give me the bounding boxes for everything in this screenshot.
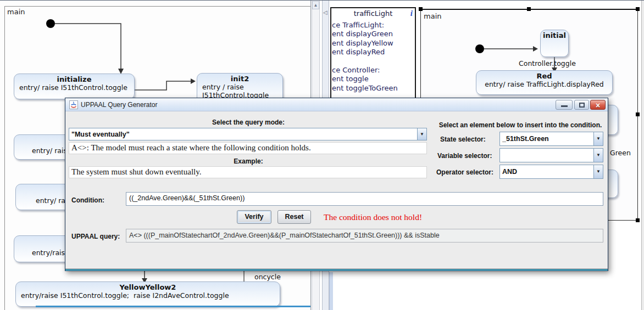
restore-button[interactable] [574,100,589,110]
dialog-title: UPPAAL Query Generator [81,101,157,109]
state-title: YellowYellow2 [16,282,280,291]
selection-handle[interactable] [419,7,423,11]
green-state-label: Green [610,149,631,157]
state-title: init2 [197,74,282,83]
splitter-lower-strip [329,272,333,310]
selection-handle[interactable] [636,112,640,116]
scroll-up-icon[interactable]: ▲ [312,1,319,9]
variable-selector-dropdown-arrow[interactable]: ▼ [593,149,603,162]
restore-icon [579,103,585,108]
state-selector-value: _51thSt.Green [502,135,549,143]
close-icon: × [591,100,605,110]
declaration-line: ent toggleToGreen [331,84,415,93]
minimize-icon [561,105,568,107]
declaration-line: ent toggle [331,75,415,83]
query-mode-label: Select the query mode: [207,119,290,126]
state-entry: entry/ raise TrafficLight.displayRed [476,80,612,88]
close-button[interactable]: × [590,100,606,110]
oncycle-transition-label: oncycle [254,273,281,281]
operator-selector-value: AND [502,168,517,176]
operator-selector-dropdown-arrow[interactable]: ▼ [593,165,603,178]
query-mode-value: "Must eventually" [71,131,130,138]
condition-input[interactable]: ((_2ndAve.Green)&&(_51thSt.Green)) [126,192,603,206]
declaration-line: ce Controller: [331,66,415,75]
selection-handle[interactable] [636,218,640,222]
state-title: initialize [14,74,134,83]
uppaal-query-field: A<> (((P_mainOfStatechartOf_2ndAve.Green… [126,229,603,243]
reset-button[interactable]: Reset [277,210,311,224]
declaration-line [331,57,415,66]
chevron-down-icon: ▼ [594,169,603,174]
uppaal-query-label: UPPAAL query: [71,233,120,240]
declaration-line: ce TrafficLight: [331,21,415,30]
declaration-title: trafficLight [331,8,415,18]
state-title: Red [476,71,612,80]
example-field: The system must shut down eventually. [69,166,427,178]
java-icon [69,100,78,109]
query-mode-combobox[interactable]: "Must eventually" ▼ [69,128,427,140]
right-screen-scrollbar[interactable] [641,1,644,310]
variable-selector-combobox[interactable]: ▼ [499,148,603,162]
declaration-line: ent displayRed [331,48,415,57]
info-icon[interactable]: i [410,9,413,18]
state-selector-dropdown-arrow[interactable]: ▼ [593,132,603,145]
splitter-collapse-icon[interactable]: ◁ [323,9,327,15]
state-selector-combobox[interactable]: _51thSt.Green ▼ [499,132,603,146]
chevron-down-icon: ▼ [594,136,603,141]
chevron-down-icon: ▼ [418,132,426,137]
declaration-line: ent displayYellow [331,39,415,48]
minimize-button[interactable] [556,100,573,110]
selection-handle[interactable] [636,7,640,11]
variable-selector-label: Variable selector: [437,152,492,160]
declaration-line: ent displayGreen [331,30,415,38]
operator-selector-label: Operator selector: [436,168,493,176]
region-label: main [7,8,25,16]
state-entry: entry/ raise I51thControl.toggle [14,83,134,92]
dialog-titlebar[interactable]: UPPAAL Query Generator × [65,98,608,111]
state-selector-label: State selector: [440,136,486,143]
state-title: initial [541,30,568,40]
uppaal-query-generator-dialog[interactable]: UPPAAL Query Generator × Select the quer… [65,98,608,271]
operator-selector-combobox[interactable]: AND ▼ [499,165,603,179]
selection-highlight-line [36,306,311,307]
dialog-bottom-glow [65,269,608,270]
example-label: Example: [207,157,290,165]
state-entry: entry/raise I51thControl.toggle; raise I… [16,291,280,300]
insert-panel-header: Select an element below to insert into t… [435,121,606,129]
state-red[interactable]: Red entry/ raise TrafficLight.displayRed [476,70,613,95]
state-yellowyellow2[interactable]: YellowYellow2 entry/raise I51thControl.t… [15,281,280,307]
screen: main initialize entry/ raise I51thContro… [0,0,644,310]
query-mode-description: A<>: The model must reach a state where … [69,142,427,154]
selection-handle[interactable] [527,7,531,11]
chevron-down-icon: ▼ [594,153,603,157]
transition-label-controller-toggle: Controller.toggle [519,59,576,67]
verify-button[interactable]: Verify [237,210,271,224]
state-initial[interactable]: initial [540,30,569,57]
query-mode-dropdown-arrow[interactable]: ▼ [417,128,426,140]
region-label: main [424,12,441,20]
condition-label: Condition: [71,196,104,204]
result-message: The condition does not hold! [324,212,422,222]
state-initialize[interactable]: initialize entry/ raise I51thControl.tog… [14,74,135,99]
state-entry: entry / raise [197,83,282,91]
